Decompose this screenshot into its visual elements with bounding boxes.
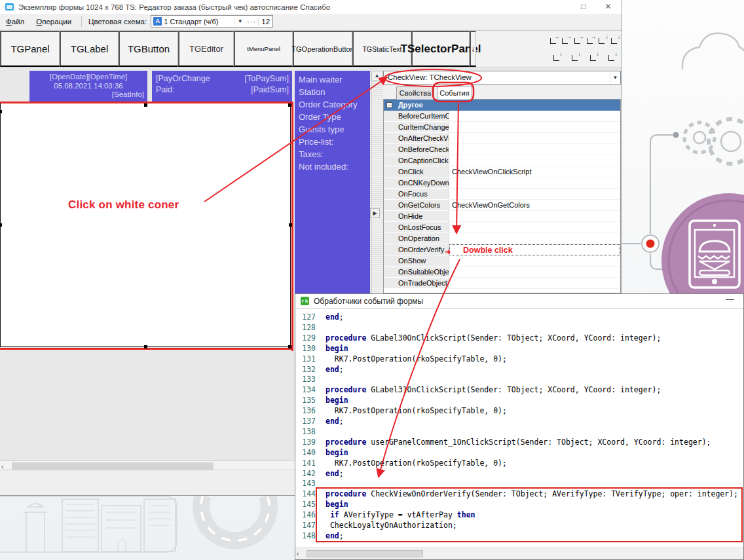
selection-handle[interactable] bbox=[0, 110, 2, 113]
code-line[interactable]: 133 bbox=[295, 375, 743, 385]
component-button[interactable]: TGLabel bbox=[60, 31, 119, 67]
code-line[interactable]: 138 bbox=[295, 427, 743, 438]
ellipsis-button[interactable]: ··· bbox=[245, 18, 258, 26]
event-name[interactable]: OnLostFocus bbox=[384, 222, 449, 233]
selection-handle[interactable] bbox=[289, 223, 292, 227]
event-row[interactable]: OnLostFocus bbox=[384, 222, 620, 233]
align-icon[interactable] bbox=[597, 35, 608, 45]
scroll-right-button[interactable]: ▶ bbox=[370, 208, 380, 218]
align-icon[interactable] bbox=[606, 52, 618, 62]
code-line[interactable]: 145begin bbox=[295, 500, 743, 510]
pay-header-block[interactable]: [PayOrChange [ToPaySum] Paid: [PaidSum] bbox=[152, 71, 292, 102]
selection-handle[interactable] bbox=[144, 345, 147, 348]
event-name[interactable]: OnSuitableObjec bbox=[384, 267, 449, 278]
component-button[interactable]: TGPanel bbox=[0, 31, 60, 67]
order-info-panel[interactable]: Main waiterStationOrder CategoryOrder Ty… bbox=[295, 71, 370, 293]
event-name[interactable]: OnShow bbox=[384, 255, 449, 267]
event-value[interactable] bbox=[449, 211, 620, 222]
event-name[interactable]: OnCaptionClick bbox=[384, 155, 449, 166]
event-value[interactable] bbox=[449, 144, 620, 155]
code-line[interactable]: 131 RK7.PostOperation(rkoSpecifyTable, 0… bbox=[295, 354, 743, 365]
event-name[interactable]: OnOperation bbox=[384, 233, 449, 244]
code-line[interactable]: 130begin bbox=[295, 344, 743, 354]
component-button[interactable]: TSelectorPanel bbox=[411, 31, 470, 67]
event-name[interactable]: OnOrderVerify bbox=[384, 244, 449, 255]
scroll-up-button[interactable]: ▲ bbox=[371, 71, 382, 81]
event-row[interactable]: OnCaptionClick bbox=[384, 155, 620, 166]
event-row[interactable]: OnBeforeCheck\ bbox=[384, 144, 620, 155]
event-row[interactable]: OnOrderVerify➜Dowble click bbox=[384, 244, 620, 255]
code-line[interactable]: 136 RK7.PostOperation(rkoSpecifyTable, 0… bbox=[295, 406, 743, 417]
code-line[interactable]: 135begin bbox=[295, 396, 743, 406]
menu-file[interactable]: Файл bbox=[0, 16, 30, 28]
event-name[interactable]: OnFocus bbox=[384, 189, 449, 200]
selection-handle[interactable] bbox=[288, 103, 291, 107]
event-row[interactable]: CurItemChanged bbox=[384, 122, 620, 133]
title-bar[interactable]: Экземпляр формы 1024 x 768 TS: Редактор … bbox=[0, 0, 622, 14]
event-row[interactable]: OnOperation bbox=[384, 233, 620, 244]
event-name[interactable]: BeforeCurItemCh bbox=[384, 111, 449, 122]
code-line[interactable]: 137end; bbox=[295, 417, 743, 427]
scroll-left-icon[interactable]: ‹ bbox=[1, 463, 3, 470]
align-icon[interactable] bbox=[588, 52, 599, 62]
code-line[interactable]: 127end; bbox=[295, 312, 743, 323]
event-row[interactable]: OnHide bbox=[384, 211, 620, 222]
code-line[interactable]: 146 if AVerifyType = vtAfterPay then bbox=[295, 510, 743, 521]
code-editor[interactable]: 127end;128129procedure GLabel30OnClickSc… bbox=[295, 309, 743, 548]
event-value[interactable]: ➜Dowble click bbox=[449, 244, 620, 255]
event-value[interactable] bbox=[449, 278, 620, 289]
code-line[interactable]: 140begin bbox=[295, 448, 743, 458]
event-value[interactable]: CheckViewOnClickScript bbox=[449, 166, 620, 177]
scroll-left-icon[interactable]: ‹ bbox=[297, 550, 299, 557]
code-line[interactable]: 129procedure GLabel30OnClickScript(Sende… bbox=[295, 333, 743, 344]
event-name[interactable]: CurItemChanged bbox=[384, 122, 449, 133]
maximize-button[interactable]: □ bbox=[578, 1, 589, 12]
align-icon[interactable] bbox=[609, 35, 620, 45]
component-button[interactable]: ↓ bbox=[470, 31, 476, 67]
event-value[interactable] bbox=[449, 122, 620, 133]
event-value[interactable] bbox=[449, 133, 620, 144]
align-icon[interactable] bbox=[570, 52, 581, 62]
collapse-icon[interactable]: − bbox=[386, 102, 392, 108]
event-value[interactable] bbox=[449, 177, 620, 189]
event-value[interactable] bbox=[449, 267, 620, 278]
event-row[interactable]: OnSuitableObjec bbox=[384, 267, 620, 278]
event-value[interactable] bbox=[449, 255, 620, 267]
selection-handle[interactable] bbox=[144, 103, 147, 107]
code-line[interactable]: 134procedure GLabel31OnClickScript(Sende… bbox=[295, 385, 743, 396]
align-icon[interactable] bbox=[572, 35, 584, 45]
tab-properties[interactable]: Свойства bbox=[396, 86, 434, 100]
event-value[interactable] bbox=[449, 111, 620, 122]
event-name[interactable]: OnGetColors bbox=[384, 200, 449, 211]
align-icon[interactable] bbox=[560, 35, 571, 45]
code-line[interactable]: 147 CheckLoyaltyOnAuthorization; bbox=[295, 521, 743, 531]
close-button[interactable]: ✕ bbox=[603, 1, 614, 12]
event-name[interactable]: OnHide bbox=[384, 211, 449, 222]
align-icon[interactable] bbox=[585, 35, 596, 45]
color-scheme-combo[interactable]: А 1 Стандарт (ч/б) ▼ ··· 12 bbox=[151, 15, 273, 28]
event-row[interactable]: OnCNKeyDown bbox=[384, 177, 620, 189]
component-button[interactable]: TGOperationButton bbox=[293, 31, 352, 67]
chevron-down-icon[interactable]: ▼ bbox=[234, 18, 245, 24]
component-button[interactable]: TGEditor bbox=[178, 31, 234, 67]
designer-scroll-strip[interactable] bbox=[371, 71, 382, 293]
object-selector-combo[interactable]: CheckView: TCheckView ▼ bbox=[383, 71, 621, 84]
code-hscrollbar[interactable]: ‹ bbox=[295, 548, 743, 559]
code-line[interactable]: 148end; bbox=[295, 531, 743, 542]
align-icon[interactable] bbox=[548, 35, 559, 45]
event-name[interactable]: OnTradeObject bbox=[384, 278, 449, 289]
hscroll-thumb[interactable] bbox=[307, 550, 423, 557]
event-name[interactable]: OnClick bbox=[384, 166, 449, 177]
component-button[interactable]: tMenuPanel bbox=[234, 31, 293, 67]
code-window-titlebar[interactable]: r k Обработчики событий формы — bbox=[295, 294, 743, 308]
event-row[interactable]: OnClickCheckViewOnClickScript bbox=[384, 166, 620, 177]
code-line[interactable]: 143 bbox=[295, 479, 743, 489]
chevron-down-icon[interactable]: ▼ bbox=[610, 71, 620, 84]
event-name[interactable]: OnCNKeyDown bbox=[384, 177, 449, 189]
event-value[interactable] bbox=[449, 222, 620, 233]
selection-handle[interactable] bbox=[0, 223, 2, 227]
code-line[interactable]: 142end; bbox=[295, 469, 743, 479]
selection-handle[interactable] bbox=[288, 345, 291, 348]
tab-events[interactable]: События bbox=[437, 86, 472, 100]
event-name[interactable]: OnAfterCheckVie bbox=[384, 133, 449, 144]
